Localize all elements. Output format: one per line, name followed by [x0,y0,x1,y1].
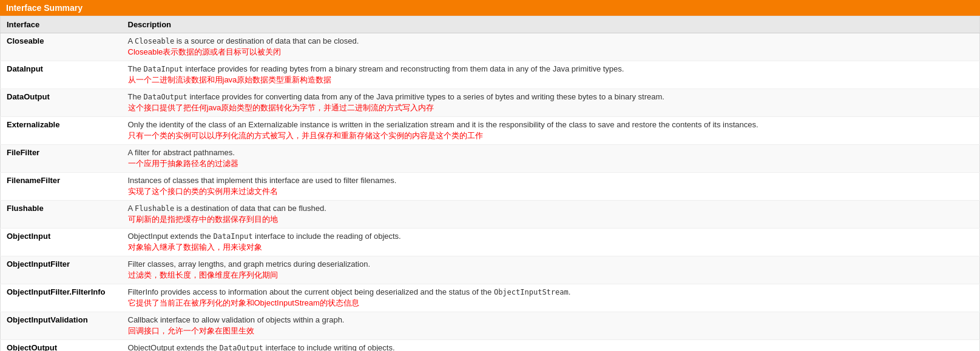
description-zh: 从一个二进制流读数据和用java原始数据类型重新构造数据 [128,75,974,85]
description-zh: 回调接口，允许一个对象在图里生效 [128,326,974,336]
table-row: ObjectInputObjectInput extends the DataI… [1,229,980,256]
description-cell: Callback interface to allow validation o… [122,312,980,340]
interface-cell[interactable]: ObjectInputFilter.FilterInfo [1,284,122,312]
table-row: DataOutputThe DataOutput interface provi… [1,89,980,117]
description-en: ObjectOutput extends the DataOutput inte… [128,343,395,351]
interface-name[interactable]: Closeable [7,36,44,45]
table-header: Interface Summary [0,0,980,16]
description-en: FilterInfo provides access to informatio… [128,287,571,296]
description-cell: The DataInput interface provides for rea… [122,61,980,89]
description-cell: FilterInfo provides access to informatio… [122,284,980,312]
table-row: FlushableA Flushable is a destination of… [1,201,980,229]
description-en: Filter classes, array lengths, and graph… [128,259,371,269]
table-title: Interface Summary [6,3,83,13]
col-interface: Interface [1,16,122,33]
description-zh: 这个接口提供了把任何java原始类型的数据转化为字节，并通过二进制流的方式写入内… [128,102,974,113]
description-zh: 可刷新的是指把缓存中的数据保存到目的地 [128,214,974,225]
interface-name[interactable]: ObjectOutput [7,343,57,351]
description-cell: Filter classes, array lengths, and graph… [122,256,980,284]
table-row: ObjectInputFilterFilter classes, array l… [1,256,980,284]
interface-name[interactable]: DataInput [7,64,43,73]
table-header-row: Interface Description [1,16,980,33]
interface-cell[interactable]: ObjectOutput [1,340,122,352]
description-cell: The DataOutput interface provides for co… [122,89,980,117]
table-row: ExternalizableOnly the identity of the c… [1,117,980,145]
description-zh: 实现了这个接口的类的实例用来过滤文件名 [128,186,974,197]
interface-table: Interface Description CloseableA Closeab… [0,16,980,351]
interface-name[interactable]: ObjectInputFilter [7,259,70,269]
description-en: The DataOutput interface provides for co… [128,92,664,101]
interface-name[interactable]: DataOutput [7,92,50,101]
interface-name[interactable]: ObjectInputValidation [7,315,88,324]
table-row: FilenameFilterInstances of classes that … [1,173,980,201]
description-en: Instances of classes that implement this… [128,176,397,185]
description-cell: ObjectInput extends the DataInput interf… [122,229,980,256]
description-cell: A Closeable is a source or destination o… [122,33,980,61]
table-row: ObjectInputValidationCallback interface … [1,312,980,340]
interface-name[interactable]: FileFilter [7,148,39,157]
interface-name[interactable]: ObjectInputFilter.FilterInfo [7,287,106,296]
description-en: Callback interface to allow validation o… [128,315,345,324]
description-en: A Flushable is a destination of data tha… [128,204,326,213]
interface-name[interactable]: Flushable [7,204,44,213]
interface-cell[interactable]: Externalizable [1,117,122,145]
interface-name[interactable]: FilenameFilter [7,176,60,185]
interface-name[interactable]: ObjectInput [7,232,50,241]
interface-summary-container: Interface Summary Interface Description … [0,0,980,351]
table-row: DataInputThe DataInput interface provide… [1,61,980,89]
interface-cell[interactable]: FilenameFilter [1,173,122,201]
table-row: FileFilterA filter for abstract pathname… [1,145,980,173]
interface-cell[interactable]: Closeable [1,33,122,61]
description-zh: 对象输入继承了数据输入，用来读对象 [128,242,974,253]
table-row: ObjectInputFilter.FilterInfoFilterInfo p… [1,284,980,312]
description-zh: 过滤类，数组长度，图像维度在序列化期间 [128,270,974,281]
description-en: A filter for abstract pathnames. [128,148,235,157]
interface-cell[interactable]: ObjectInput [1,229,122,256]
description-cell: Instances of classes that implement this… [122,173,980,201]
interface-cell[interactable]: DataOutput [1,89,122,117]
description-zh: 它提供了当前正在被序列化的对象和ObjectInputStream的状态信息 [128,298,974,309]
description-en: Only the identity of the class of an Ext… [128,120,759,129]
interface-cell[interactable]: DataInput [1,61,122,89]
table-row: CloseableA Closeable is a source or dest… [1,33,980,61]
description-cell: A filter for abstract pathnames.一个应用于抽象路… [122,145,980,173]
description-cell: A Flushable is a destination of data tha… [122,201,980,229]
description-zh: 一个应用于抽象路径名的过滤器 [128,158,974,169]
interface-cell[interactable]: FileFilter [1,145,122,173]
description-zh: 只有一个类的实例可以以序列化流的方式被写入，并且保存和重新存储这个实例的内容是这… [128,130,974,141]
description-en: The DataInput interface provides for rea… [128,64,624,73]
interface-name[interactable]: Externalizable [7,120,59,129]
col-description: Description [122,16,980,33]
description-zh: Closeable表示数据的源或者目标可以被关闭 [128,47,974,58]
description-en: A Closeable is a source or destination o… [128,36,359,45]
table-row: ObjectOutputObjectOutput extends the Dat… [1,340,980,352]
interface-cell[interactable]: Flushable [1,201,122,229]
description-cell: ObjectOutput extends the DataOutput inte… [122,340,980,352]
interface-cell[interactable]: ObjectInputFilter [1,256,122,284]
description-cell: Only the identity of the class of an Ext… [122,117,980,145]
interface-cell[interactable]: ObjectInputValidation [1,312,122,340]
description-en: ObjectInput extends the DataInput interf… [128,232,401,241]
